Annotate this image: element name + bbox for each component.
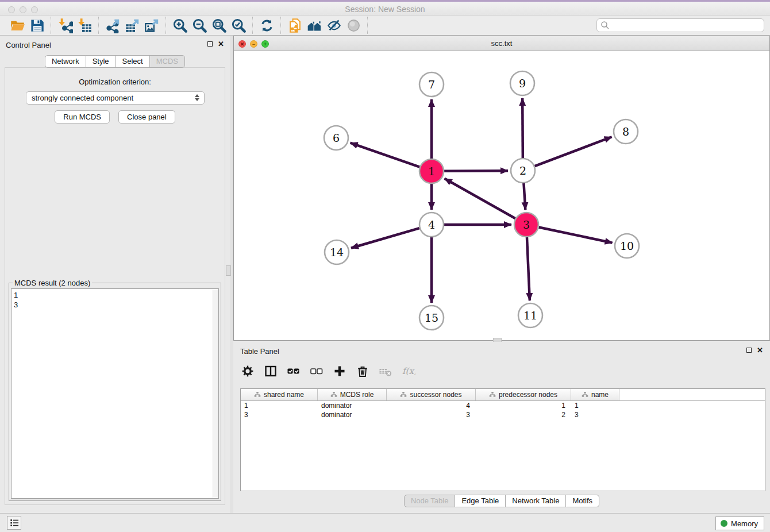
save-button[interactable] — [27, 17, 47, 33]
zoom-selected-button[interactable] — [229, 17, 248, 33]
table-panel-title: Table Panel — [240, 347, 279, 356]
show-glyphs-button[interactable] — [344, 17, 363, 33]
trash-button[interactable] — [355, 364, 370, 379]
search-icon — [600, 21, 610, 30]
node-1[interactable]: 1 — [419, 159, 444, 183]
node-9[interactable]: 9 — [510, 71, 534, 95]
svg-text:14: 14 — [330, 246, 344, 259]
tab-motifs[interactable]: Motifs — [566, 495, 599, 507]
zoom-in-icon — [172, 18, 188, 33]
run-mcds-button[interactable]: Run MCDS — [55, 110, 110, 124]
export-image-button[interactable] — [142, 17, 161, 33]
network-canvas[interactable]: 7968124314101511 — [234, 51, 769, 340]
search-field — [596, 18, 764, 32]
criterion-select[interactable]: strongly connected component — [26, 91, 205, 105]
close-panel-button[interactable]: Close panel — [118, 110, 175, 124]
table-float-icon[interactable] — [746, 348, 752, 353]
node-2[interactable]: 2 — [511, 159, 535, 183]
export-network-button[interactable] — [103, 17, 122, 33]
node-15[interactable]: 15 — [419, 306, 444, 330]
column-header-successor-nodes[interactable]: successor nodes — [387, 389, 476, 400]
close-panel-icon[interactable]: ✕ — [218, 41, 224, 47]
tab-mcds[interactable]: MCDS — [150, 55, 185, 68]
edge-3-1[interactable] — [445, 179, 515, 218]
table-cell[interactable]: 1 — [476, 401, 571, 410]
zoom-in-button[interactable] — [170, 17, 190, 33]
open-file-button[interactable] — [7, 17, 27, 33]
table-cell[interactable]: dominator — [318, 401, 387, 410]
node-10[interactable]: 10 — [615, 234, 639, 258]
column-header-name[interactable]: name — [571, 389, 619, 400]
edge-2-3[interactable] — [523, 183, 525, 210]
home-button[interactable] — [305, 17, 324, 33]
table-cell[interactable]: dominator — [318, 410, 387, 419]
table-row[interactable]: 3dominator323 — [241, 410, 765, 419]
mcds-result-title: MCDS result (2 nodes) — [13, 279, 92, 287]
node-3[interactable]: 3 — [514, 213, 538, 237]
open-file-icon — [10, 18, 25, 33]
zoom-fit-button[interactable] — [209, 17, 229, 33]
column-header-MCDS-role[interactable]: MCDS role — [318, 389, 387, 400]
tab-select[interactable]: Select — [116, 55, 150, 68]
tab-node-table[interactable]: Node Table — [404, 495, 456, 507]
table-cell[interactable]: 2 — [476, 410, 571, 419]
node-7[interactable]: 7 — [419, 72, 444, 97]
export-network-icon — [105, 18, 121, 33]
edge-3-11[interactable] — [527, 237, 530, 300]
edge-2-8[interactable] — [535, 137, 612, 166]
hide-glyphs-button[interactable] — [324, 17, 344, 33]
table-row[interactable]: 1dominator411 — [241, 401, 765, 410]
import-table-button[interactable] — [75, 17, 94, 33]
gear-button[interactable] — [240, 364, 255, 379]
svg-text:4: 4 — [428, 218, 435, 231]
node-table[interactable]: shared nameMCDS rolesuccessor nodesprede… — [240, 388, 765, 491]
tree-icon — [330, 391, 337, 398]
tab-network-table[interactable]: Network Table — [506, 495, 566, 507]
mcds-result-text[interactable]: 1 3 — [11, 288, 219, 499]
table-cell[interactable]: 1 — [571, 401, 619, 410]
select-all-button[interactable] — [286, 364, 301, 379]
edge-3-10[interactable] — [539, 228, 613, 243]
table-cell[interactable]: 3 — [241, 410, 318, 419]
search-input[interactable] — [596, 18, 764, 32]
node-14[interactable]: 14 — [325, 240, 349, 264]
ui-settings-button[interactable] — [7, 516, 21, 530]
table-panel: Table Panel ✕ f(x) shared nameMCDS roles… — [233, 342, 770, 513]
columns-icon — [264, 364, 278, 378]
table-cell[interactable]: 4 — [387, 401, 476, 410]
import-network-button[interactable] — [55, 17, 75, 33]
node-8[interactable]: 8 — [614, 119, 638, 144]
table-cell[interactable]: 3 — [387, 410, 476, 419]
tab-edge-table[interactable]: Edge Table — [455, 495, 506, 507]
zoom-out-button[interactable] — [190, 17, 209, 33]
refresh-button[interactable] — [257, 17, 276, 33]
tab-style[interactable]: Style — [86, 55, 116, 68]
node-4[interactable]: 4 — [419, 213, 444, 237]
network-window-titlebar[interactable]: ✕ – + scc.txt — [234, 36, 769, 51]
table-cell[interactable]: 1 — [241, 401, 318, 410]
deselect-all-button[interactable] — [309, 364, 324, 379]
network-from-file-button[interactable] — [285, 17, 305, 33]
mcds-panel: Optimization criterion: strongly connect… — [5, 67, 225, 505]
splitter-grip[interactable] — [226, 265, 231, 276]
column-header-predecessor-nodes[interactable]: predecessor nodes — [476, 389, 571, 400]
memory-button[interactable]: Memory — [715, 516, 764, 530]
mcds-result-scrollbar[interactable] — [213, 290, 218, 498]
tab-network[interactable]: Network — [45, 55, 86, 68]
column-header-shared-name[interactable]: shared name — [241, 389, 318, 400]
mcds-result-box: MCDS result (2 nodes) 1 3 — [9, 283, 221, 501]
float-panel-icon[interactable] — [207, 41, 213, 47]
node-6[interactable]: 6 — [324, 126, 348, 150]
optimization-criterion-label: Optimization criterion: — [5, 78, 225, 86]
columns-button[interactable] — [263, 364, 278, 379]
edge-1-2[interactable] — [444, 171, 508, 171]
add-button[interactable] — [332, 364, 347, 379]
edge-1-6[interactable] — [351, 143, 420, 167]
refresh-icon — [259, 18, 275, 33]
table-close-icon[interactable]: ✕ — [757, 347, 763, 353]
edge-2-9[interactable] — [522, 98, 523, 158]
export-table-button[interactable] — [122, 17, 142, 33]
edge-4-14[interactable] — [351, 228, 419, 248]
table-cell[interactable]: 3 — [571, 410, 619, 419]
node-11[interactable]: 11 — [518, 303, 542, 327]
